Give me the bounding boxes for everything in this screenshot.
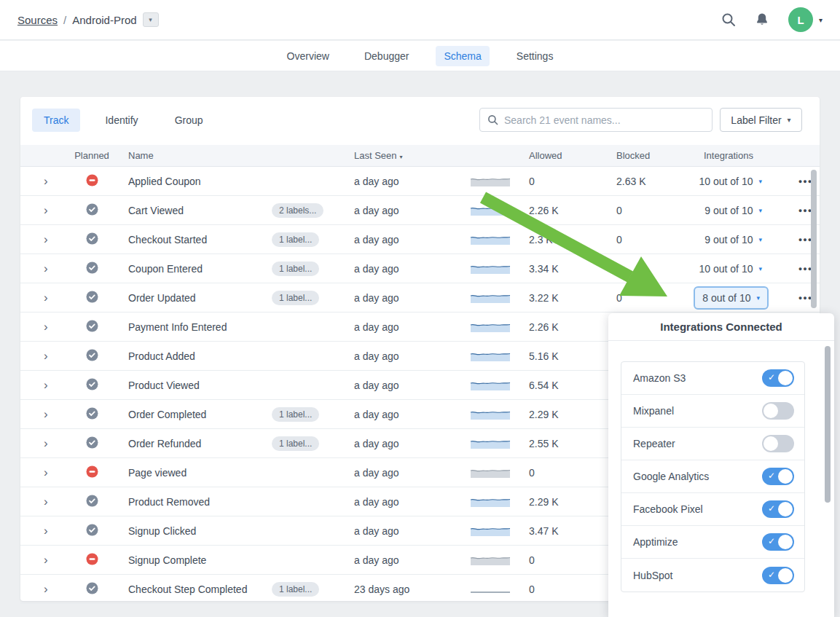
planned-status-icon[interactable] xyxy=(86,262,98,276)
integration-toggle[interactable]: ✓ xyxy=(762,500,794,518)
integration-toggle[interactable] xyxy=(762,435,794,452)
label-badge[interactable]: 1 label... xyxy=(272,291,319,305)
planned-status-icon[interactable] xyxy=(86,320,98,334)
last-seen-value: a day ago xyxy=(354,321,470,333)
planned-status-icon[interactable] xyxy=(86,349,98,363)
label-badge[interactable]: 2 labels... xyxy=(272,203,323,218)
volume-sparkline xyxy=(470,292,529,304)
type-tab-group[interactable]: Group xyxy=(163,109,215,132)
last-seen-value: a day ago xyxy=(354,467,470,479)
row-expand-chevron-icon[interactable]: › xyxy=(35,437,55,449)
row-expand-chevron-icon[interactable]: › xyxy=(35,379,55,391)
integration-name: HubSpot xyxy=(633,570,762,581)
integration-toggle[interactable] xyxy=(762,402,794,420)
label-badge[interactable]: 1 label... xyxy=(272,407,319,422)
integrations-dropdown[interactable]: 9 out of 10▾ xyxy=(704,234,762,245)
label-filter-button[interactable]: Label Filter ▾ xyxy=(720,108,802,132)
event-name[interactable]: Applied Coupon xyxy=(128,176,272,187)
event-name[interactable]: Order Completed xyxy=(128,409,272,420)
planned-status-icon[interactable] xyxy=(86,495,98,509)
label-badge[interactable]: 1 label... xyxy=(272,262,319,276)
type-tab-track[interactable]: Track xyxy=(32,109,80,132)
last-seen-value: a day ago xyxy=(354,525,470,537)
event-name[interactable]: Signup Clicked xyxy=(128,525,272,537)
planned-status-icon[interactable] xyxy=(86,291,98,305)
source-nav-tabs: OverviewDebuggerSchemaSettings xyxy=(0,41,840,71)
row-expand-chevron-icon[interactable]: › xyxy=(35,262,55,275)
blocked-count: 0 xyxy=(616,205,682,216)
volume-sparkline xyxy=(470,176,529,187)
integrations-dropdown[interactable]: 9 out of 10▾ xyxy=(704,205,762,216)
type-tab-identify[interactable]: Identify xyxy=(93,109,149,132)
event-name[interactable]: Product Viewed xyxy=(128,380,272,391)
breadcrumb: Sources / Android-Prod ▾ xyxy=(17,12,159,27)
blocked-status-icon[interactable] xyxy=(86,174,98,189)
planned-status-icon[interactable] xyxy=(86,378,98,393)
event-name[interactable]: Signup Complete xyxy=(128,554,272,566)
source-switcher-dropdown[interactable]: ▾ xyxy=(143,12,159,27)
event-name[interactable]: Product Added xyxy=(128,350,272,362)
event-name[interactable]: Checkout Started xyxy=(128,234,272,245)
integration-toggle[interactable]: ✓ xyxy=(762,533,794,551)
bell-icon[interactable] xyxy=(755,12,769,27)
search-icon[interactable] xyxy=(721,12,736,27)
planned-status-icon[interactable] xyxy=(86,232,98,247)
event-name[interactable]: Product Removed xyxy=(128,496,272,508)
last-seen-value: a day ago xyxy=(354,234,470,245)
event-name[interactable]: Checkout Step Completed xyxy=(128,583,272,595)
row-expand-chevron-icon[interactable]: › xyxy=(35,466,55,479)
user-menu[interactable]: L ▾ xyxy=(788,7,823,32)
volume-sparkline xyxy=(470,496,529,508)
allowed-count: 0 xyxy=(529,554,616,566)
integrations-dropdown[interactable]: 10 out of 10▾ xyxy=(699,176,762,187)
planned-status-icon[interactable] xyxy=(86,203,98,218)
avatar[interactable]: L xyxy=(788,7,813,32)
blocked-status-icon[interactable] xyxy=(86,465,98,480)
integrations-dropdown[interactable]: 8 out of 10▾ xyxy=(694,286,769,310)
integration-toggle[interactable]: ✓ xyxy=(762,567,794,584)
row-expand-chevron-icon[interactable]: › xyxy=(35,408,55,420)
event-name[interactable]: Page viewed xyxy=(128,467,272,479)
blocked-status-icon[interactable] xyxy=(86,553,98,567)
user-menu-caret-icon: ▾ xyxy=(819,16,823,24)
event-search-input[interactable] xyxy=(504,114,704,126)
tab-schema[interactable]: Schema xyxy=(436,46,489,66)
last-seen-value: a day ago xyxy=(354,496,470,508)
column-header-last-seen[interactable]: Last Seen▾ xyxy=(354,150,470,161)
row-expand-chevron-icon[interactable]: › xyxy=(35,233,55,245)
event-name[interactable]: Order Updated xyxy=(128,292,272,304)
row-expand-chevron-icon[interactable]: › xyxy=(35,321,55,333)
row-expand-chevron-icon[interactable]: › xyxy=(35,350,55,362)
row-expand-chevron-icon[interactable]: › xyxy=(35,175,55,187)
tab-settings[interactable]: Settings xyxy=(509,46,562,66)
row-expand-chevron-icon[interactable]: › xyxy=(35,291,55,304)
planned-status-icon[interactable] xyxy=(86,582,98,597)
event-name[interactable]: Coupon Entered xyxy=(128,263,272,275)
label-badge[interactable]: 1 label... xyxy=(272,582,319,597)
tab-debugger[interactable]: Debugger xyxy=(356,46,417,66)
planned-status-icon[interactable] xyxy=(86,524,98,538)
event-name[interactable]: Order Refunded xyxy=(128,438,272,449)
row-expand-chevron-icon[interactable]: › xyxy=(35,554,55,566)
column-header-name: Name xyxy=(128,150,272,161)
row-expand-chevron-icon[interactable]: › xyxy=(35,583,55,595)
row-expand-chevron-icon[interactable]: › xyxy=(35,495,55,508)
label-badge[interactable]: 1 label... xyxy=(272,436,319,451)
integrations-popup-title: Integrations Connected xyxy=(608,313,834,341)
planned-status-icon[interactable] xyxy=(86,436,98,451)
event-search[interactable] xyxy=(479,108,713,132)
table-row: ›Order Updated1 label...a day ago3.22 K0… xyxy=(20,283,820,313)
integration-toggle[interactable]: ✓ xyxy=(762,369,794,387)
integrations-dropdown[interactable]: 10 out of 10▾ xyxy=(699,263,762,275)
event-name[interactable]: Payment Info Entered xyxy=(128,321,272,333)
row-expand-chevron-icon[interactable]: › xyxy=(35,204,55,216)
table-scrollbar[interactable] xyxy=(811,170,817,308)
label-badge[interactable]: 1 label... xyxy=(272,232,319,247)
integration-toggle[interactable]: ✓ xyxy=(762,468,794,485)
row-expand-chevron-icon[interactable]: › xyxy=(35,524,55,537)
planned-status-icon[interactable] xyxy=(86,407,98,422)
breadcrumb-sources-link[interactable]: Sources xyxy=(17,14,58,26)
event-name[interactable]: Cart Viewed xyxy=(128,205,272,216)
popup-scrollbar[interactable] xyxy=(825,346,831,503)
tab-overview[interactable]: Overview xyxy=(279,46,337,66)
